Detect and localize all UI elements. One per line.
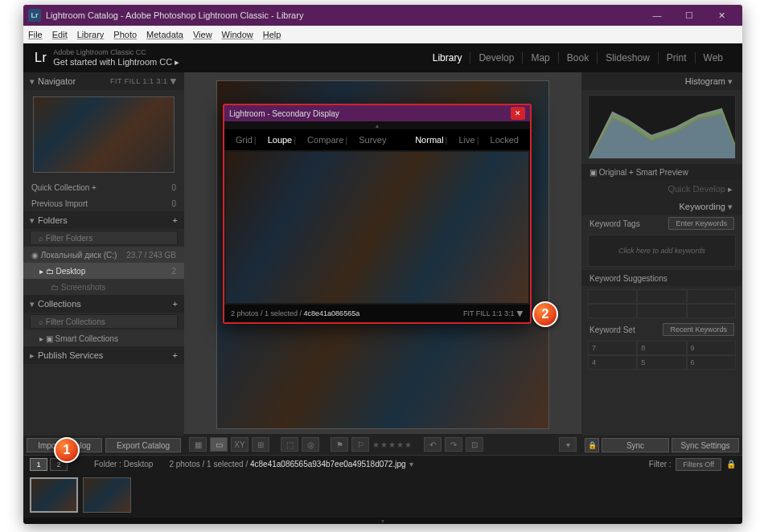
filter-select[interactable]: Filters Off xyxy=(676,458,721,471)
kw-slot-4[interactable]: 4 xyxy=(588,355,637,370)
module-book[interactable]: Book xyxy=(559,52,598,63)
display-1-button[interactable]: 1 xyxy=(30,458,47,471)
rotate-cw-button[interactable]: ↷ xyxy=(445,437,462,452)
sec-mode-live[interactable]: Live xyxy=(454,135,485,145)
search-icon: ⌕ xyxy=(39,234,43,243)
module-web[interactable]: Web xyxy=(696,52,731,63)
secondary-zoom-opts[interactable]: FIT FILL 1:1 3:1 ⯆ xyxy=(463,309,524,317)
collection-filter-input[interactable]: ⌕ Filter Collections xyxy=(30,314,178,329)
module-print[interactable]: Print xyxy=(659,52,696,63)
collections-header[interactable]: ▾ Collections + xyxy=(23,295,184,313)
histogram-header[interactable]: Histogram ▾ xyxy=(581,72,742,90)
menu-help[interactable]: Help xyxy=(263,30,281,39)
navigator-zoom-opts[interactable]: FIT FILL 1:1 3:1 ⯆ xyxy=(110,77,178,85)
sync-bar: 🔒 Sync Sync Settings xyxy=(581,436,742,455)
export-catalog-button[interactable]: Export Catalog xyxy=(105,438,181,452)
secondary-collapse-top[interactable]: ▴ xyxy=(224,121,530,129)
menu-edit[interactable]: Edit xyxy=(52,30,68,39)
filmstrip-collapse-handle[interactable]: ▾ xyxy=(23,518,742,524)
secondary-image-view[interactable] xyxy=(226,152,528,303)
menu-metadata[interactable]: Metadata xyxy=(146,30,183,39)
survey-view-button[interactable]: ⊞ xyxy=(252,437,269,452)
compare-view-button[interactable]: XY xyxy=(231,437,249,452)
sec-tab-survey[interactable]: Survey xyxy=(354,135,391,145)
folder-drive[interactable]: ◉ Локальный диск (C:) 23.7 / 243 GB xyxy=(23,247,184,263)
filmstrip[interactable] xyxy=(23,473,742,518)
filter-label: Filter : xyxy=(649,460,672,469)
painter-button[interactable]: ⬚ xyxy=(281,437,298,452)
crop-button[interactable]: ⊡ xyxy=(466,437,483,452)
module-slideshow[interactable]: Slideshow xyxy=(598,52,659,63)
plus-icon[interactable]: + xyxy=(173,215,178,225)
filmstrip-thumb-2[interactable] xyxy=(83,477,131,513)
minimize-button[interactable]: — xyxy=(641,5,673,26)
histogram-chart[interactable] xyxy=(588,95,736,159)
chevron-right-icon: ▸ xyxy=(30,350,35,361)
rating-stars[interactable]: ★★★★★ xyxy=(372,440,413,449)
flag-pick-button[interactable]: ⚑ xyxy=(331,437,348,452)
lock-icon[interactable]: 🔒 xyxy=(726,460,736,469)
secondary-title: Lightroom - Secondary Display xyxy=(229,109,339,118)
folders-title: Folders xyxy=(38,215,68,225)
filmstrip-thumb-1[interactable] xyxy=(30,477,78,513)
plus-icon[interactable]: + xyxy=(173,299,178,309)
preview-icon: ▣ xyxy=(589,168,597,177)
menu-library[interactable]: Library xyxy=(77,30,105,39)
quickdev-header[interactable]: Quick Develop ▸ xyxy=(581,180,742,198)
menu-view[interactable]: View xyxy=(193,30,212,39)
folder-desktop[interactable]: ▸ 🗀 Desktop 2 xyxy=(23,263,184,279)
sec-tab-grid[interactable]: Grid xyxy=(231,135,263,145)
keywording-header[interactable]: Keywording ▾ xyxy=(581,198,742,215)
keyword-mode-select[interactable]: Enter Keywords xyxy=(668,217,734,230)
toolbar-menu-button[interactable]: ▾ xyxy=(559,437,577,452)
secondary-close-button[interactable]: ✕ xyxy=(511,107,525,120)
kw-slot-5[interactable]: 5 xyxy=(637,355,686,370)
sec-mode-locked[interactable]: Locked xyxy=(486,135,524,145)
folder-screenshots[interactable]: 🗀 Screenshots xyxy=(23,279,184,295)
module-map[interactable]: Map xyxy=(523,52,558,63)
collection-smart[interactable]: ▸ ▣ Smart Collections xyxy=(23,330,184,346)
menu-file[interactable]: File xyxy=(28,30,43,39)
chevron-down-icon: ▾ xyxy=(30,76,35,87)
sync-settings-button[interactable]: Sync Settings xyxy=(672,438,739,452)
catalog-previous-import[interactable]: Previous Import0 xyxy=(23,195,184,211)
keyword-input-area[interactable]: Click here to add keywords xyxy=(588,235,736,267)
kw-slot-9[interactable]: 9 xyxy=(687,341,736,355)
loupe-view-button[interactable]: ▭ xyxy=(210,437,228,452)
kw-slot-7[interactable]: 7 xyxy=(588,341,637,355)
import-export-bar: Import Catalog Export Catalog xyxy=(23,436,184,455)
lock-icon[interactable]: 🔒 xyxy=(585,438,599,452)
flag-reject-button[interactable]: ⚐ xyxy=(351,437,369,452)
folder-filter-input[interactable]: ⌕ Filter Folders xyxy=(30,231,178,245)
module-library[interactable]: Library xyxy=(425,52,471,63)
kw-slot-6[interactable]: 6 xyxy=(687,355,736,370)
navigator-header[interactable]: ▾ Navigator FIT FILL 1:1 3:1 ⯆ xyxy=(23,72,184,90)
module-picker: Library Develop Map Book Slideshow Print… xyxy=(425,52,731,63)
publish-header[interactable]: ▸ Publish Services + xyxy=(23,346,184,364)
menu-photo[interactable]: Photo xyxy=(113,30,137,39)
sec-tab-loupe[interactable]: Loupe xyxy=(263,135,302,145)
spray-button[interactable]: ◎ xyxy=(302,437,319,452)
folders-header[interactable]: ▾ Folders + xyxy=(23,211,184,229)
navigator-preview[interactable] xyxy=(33,96,175,173)
keyword-set-select[interactable]: Recent Keywords xyxy=(663,323,734,336)
sec-tab-compare[interactable]: Compare xyxy=(302,135,354,145)
filmstrip-folder[interactable]: Folder : Desktop xyxy=(94,460,153,469)
grid-view-button[interactable]: ▦ xyxy=(189,437,207,452)
plus-icon[interactable]: + xyxy=(173,350,178,360)
menu-window[interactable]: Window xyxy=(222,30,253,39)
close-button[interactable]: ✕ xyxy=(705,5,737,26)
secondary-tabs: Grid Loupe Compare Survey Normal Live Lo… xyxy=(224,129,530,150)
rotate-ccw-button[interactable]: ↶ xyxy=(424,437,442,452)
collection-icon: ▣ xyxy=(46,334,53,343)
sec-mode-normal[interactable]: Normal xyxy=(410,135,454,145)
kw-slot-8[interactable]: 8 xyxy=(637,341,686,355)
catalog-quick-collection[interactable]: Quick Collection +0 xyxy=(23,179,184,195)
identity-main[interactable]: Get started with Lightroom CC ▸ xyxy=(53,57,179,67)
sync-button[interactable]: Sync xyxy=(602,438,669,452)
chevron-down-icon[interactable]: ▾ xyxy=(409,460,413,469)
center-toolbar: ▦ ▭ XY ⊞ ⬚ ◎ ⚑ ⚐ ★★★★★ ↶ ↷ ⊡ ▾ xyxy=(184,434,581,455)
maximize-button[interactable]: ☐ xyxy=(673,5,705,26)
folder-icon: 🗀 xyxy=(51,283,59,292)
module-develop[interactable]: Develop xyxy=(470,52,523,63)
